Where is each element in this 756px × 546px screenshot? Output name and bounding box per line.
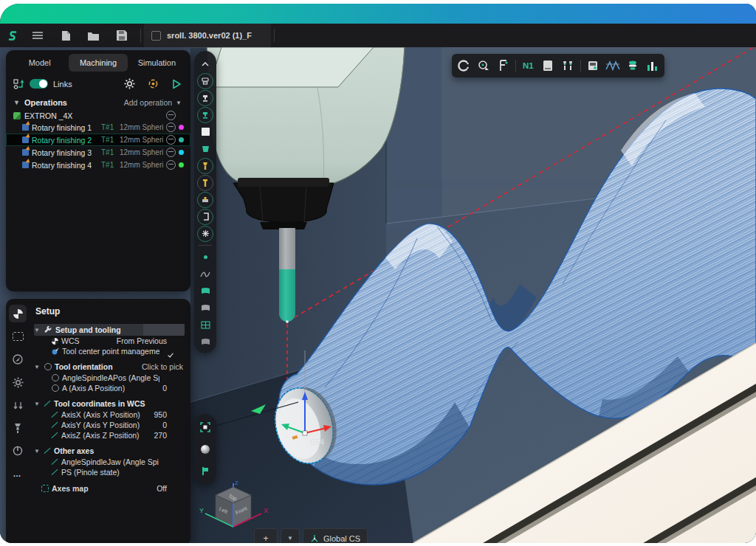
rail-wcs-icon[interactable] xyxy=(9,305,27,322)
cutting-tool[interactable] xyxy=(279,228,295,323)
app-logo[interactable] xyxy=(6,29,19,42)
operation-color-dot[interactable] xyxy=(179,150,184,155)
operation-color-dot[interactable] xyxy=(179,137,184,142)
prop-row-axisz[interactable]: AxisZ (Axis Z Position) 270 xyxy=(34,430,185,440)
setup-title: Setup xyxy=(35,306,185,317)
toolpath-graph-icon[interactable] xyxy=(605,58,621,74)
operation-color-dot[interactable] xyxy=(179,162,184,167)
axes-map-icon xyxy=(41,485,49,492)
panel-gray-icon[interactable] xyxy=(196,300,214,317)
rail-parameters-gear-icon[interactable] xyxy=(9,373,27,391)
run-simulation-icon[interactable] xyxy=(171,79,182,89)
add-operation-button[interactable]: Add operation xyxy=(124,98,172,107)
tool-holders-icon[interactable] xyxy=(560,58,576,74)
panel-teal-icon[interactable] xyxy=(196,283,214,300)
rail-strategy-icon[interactable] xyxy=(9,350,27,368)
prop-row-axisy[interactable]: AxisY (Axis Y Position) 0 xyxy=(34,420,185,430)
prop-row-axes-map[interactable]: Axes map Off xyxy=(34,483,185,494)
file-tab-title: sroll. 3800.ver02 (1)_F xyxy=(167,31,252,40)
operation-row-2-selected[interactable]: Rotary finishing 2 T#1 12mm Spherical xyxy=(6,134,190,146)
tab-simulation[interactable]: Simulation xyxy=(128,54,186,72)
save-button[interactable] xyxy=(115,29,128,42)
machine-panel-icon[interactable] xyxy=(585,58,601,74)
section-setup-and-tooling[interactable]: ▼ Setup and tooling xyxy=(34,324,185,336)
fixture-visibility-icon[interactable] xyxy=(196,191,214,208)
suppress-toggle-icon[interactable] xyxy=(166,122,176,132)
add-cs-button[interactable]: + xyxy=(254,528,278,543)
rail-job-zone-icon[interactable] xyxy=(9,328,27,345)
new-file-button[interactable] xyxy=(59,29,72,42)
operation-tool: T#1 xyxy=(101,123,117,131)
links-toggle[interactable] xyxy=(30,79,48,89)
prop-row-axisx[interactable]: AxisX (Axis X Position) 950 xyxy=(34,410,185,420)
operation-icon xyxy=(22,149,29,156)
global-cs-button[interactable]: Global CS xyxy=(303,528,368,543)
stock-visibility-icon[interactable] xyxy=(196,89,214,106)
links-label: Links xyxy=(53,80,72,89)
recalc-target-icon[interactable] xyxy=(148,78,159,89)
operations-collapse-chevron[interactable]: ▼ xyxy=(13,99,20,106)
clamp-visibility-icon[interactable] xyxy=(196,208,214,225)
curve-toggle-icon[interactable] xyxy=(196,266,214,283)
gcode-n1-icon[interactable]: N1 xyxy=(520,58,536,74)
mesh-grid-icon[interactable] xyxy=(196,317,214,334)
section-tool-coordinates[interactable]: ▼ Tool coordinates in WCS xyxy=(34,398,185,410)
section-other-axes[interactable]: ▼ Other axes xyxy=(34,445,185,457)
click-to-pick[interactable]: Click to pick xyxy=(142,362,185,371)
cs-dropdown-button[interactable]: ▼ xyxy=(281,528,300,543)
operation-row-3[interactable]: Rotary finishing 3 T#1 12mm Spherical xyxy=(6,146,190,159)
rail-rotation-icon[interactable] xyxy=(9,442,27,460)
operation-group-row[interactable]: EXTRON _4X xyxy=(6,110,190,121)
operation-row-4[interactable]: Rotary finishing 4 T#1 12mm Spherical xyxy=(6,159,190,171)
tool-visibility-icon[interactable] xyxy=(196,157,214,174)
shaded-view-icon[interactable] xyxy=(196,441,214,458)
panel-gray-2-icon[interactable] xyxy=(196,334,214,350)
prop-row-ps[interactable]: PS (Pinole state) xyxy=(34,467,185,477)
rail-tool-icon[interactable] xyxy=(9,419,27,437)
part-visibility-icon[interactable] xyxy=(196,140,214,157)
statistics-bars-icon[interactable] xyxy=(645,58,661,74)
rail-transitions-icon[interactable] xyxy=(9,396,27,414)
document-icon[interactable] xyxy=(540,58,556,74)
tool-spindle-icon[interactable] xyxy=(625,58,641,74)
open-file-button[interactable] xyxy=(87,29,100,42)
collision-check-icon[interactable] xyxy=(456,58,472,74)
tool-holder-visibility-icon[interactable] xyxy=(196,174,214,191)
point-toggle-icon[interactable] xyxy=(196,249,214,266)
toolbar-divider xyxy=(515,60,516,72)
operation-color-dot[interactable] xyxy=(179,125,184,130)
operation-row-1[interactable]: Rotary finishing 1 T#1 12mm Spherical xyxy=(6,121,190,134)
operation-tool: T#1 xyxy=(101,161,117,169)
prop-row-anglespindlejaw[interactable]: AngleSpindleJaw (Angle Spir xyxy=(34,457,185,467)
rail-more-icon[interactable]: … xyxy=(9,465,27,483)
axis-icon xyxy=(44,401,51,407)
stock-result-visibility-icon[interactable] xyxy=(196,106,214,123)
workpiece-square-icon[interactable] xyxy=(196,123,214,140)
zoom-fit-icon[interactable] xyxy=(196,419,214,436)
suppress-toggle-icon[interactable] xyxy=(166,111,176,120)
measure-tape-icon[interactable] xyxy=(475,58,492,74)
setup-panel: … Setup ▼ Setup and tooling WCS From Pre… xyxy=(6,299,190,543)
tab-machining[interactable]: Machining xyxy=(69,54,127,72)
prop-row-a-axis[interactable]: A (Axis A Position) 0 xyxy=(34,383,185,393)
file-tab[interactable]: sroll. 3800.ver02 (1)_F xyxy=(144,24,271,47)
suppress-toggle-icon[interactable] xyxy=(166,135,176,145)
setup-rail: … xyxy=(6,299,30,543)
machine-visibility-icon[interactable] xyxy=(196,72,214,89)
settings-gear-icon[interactable] xyxy=(124,78,135,89)
group-name: EXTRON _4X xyxy=(24,111,72,120)
axis-label-y: Y xyxy=(199,507,204,514)
tab-model[interactable]: Model xyxy=(10,54,69,72)
prop-row-anglespindleapos[interactable]: AngleSpindleAPos (Angle Sp xyxy=(34,373,185,383)
global-cs-label: Global CS xyxy=(323,534,360,543)
suppress-toggle-icon[interactable] xyxy=(166,148,176,157)
suppress-toggle-icon[interactable] xyxy=(166,160,176,170)
main-menu-button[interactable] xyxy=(31,29,44,42)
add-operation-chevron[interactable]: ▼ xyxy=(176,100,182,106)
collapse-chevron-icon[interactable] xyxy=(196,55,214,72)
caliper-icon[interactable] xyxy=(495,58,512,74)
prop-row-wcs[interactable]: WCS From Previous xyxy=(34,336,185,346)
prop-row-tcp[interactable]: Tool center point managemen xyxy=(34,346,185,356)
snap-settings-icon[interactable] xyxy=(196,225,214,242)
section-tool-orientation[interactable]: ▼ Tool orientation Click to pick xyxy=(34,361,185,373)
